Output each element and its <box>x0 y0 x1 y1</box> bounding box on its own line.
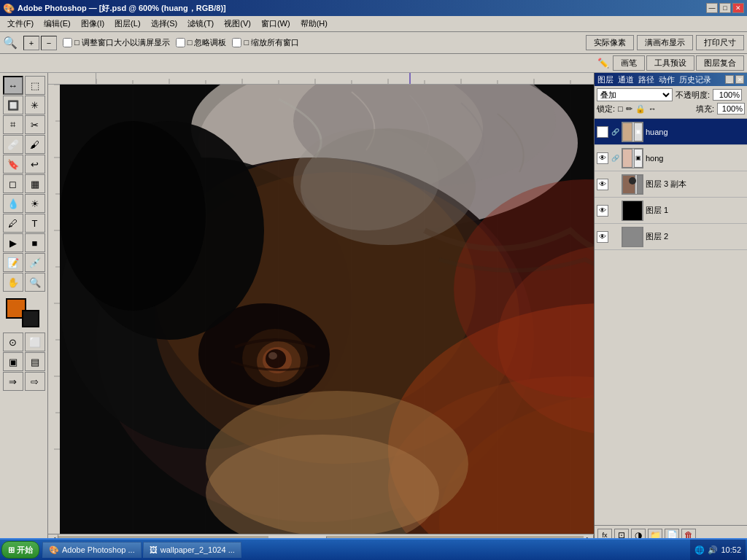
layer-hong-eye[interactable]: 👁 <box>597 152 608 164</box>
jump-to-btn[interactable]: ⇒ <box>3 372 23 391</box>
blur-tool[interactable]: 💧 <box>3 194 23 213</box>
eraser-tool[interactable]: ◻ <box>3 174 23 193</box>
quick-mask-btn[interactable]: ⊙ <box>3 332 23 351</box>
heal-tool[interactable]: 🩹 <box>3 135 23 154</box>
brush-preset-btn[interactable]: 画笔 <box>613 55 645 71</box>
tray-time: 10:52 <box>721 545 741 554</box>
layer-3-copy-eye[interactable]: 👁 <box>597 179 608 190</box>
zoom-in-btn[interactable]: + <box>23 36 39 50</box>
canvas-viewport <box>60 85 594 534</box>
menu-edit[interactable]: 编辑(E) <box>39 17 75 31</box>
history-brush-tool[interactable]: ↩ <box>25 155 45 174</box>
slice-tool[interactable]: ✂ <box>25 115 45 134</box>
ignore-palette-input[interactable] <box>176 38 185 47</box>
brush-tool-btn[interactable]: ✏️ <box>595 56 611 71</box>
actual-pixels-btn[interactable]: 实际像素 <box>586 35 634 50</box>
screen-mode3-btn[interactable]: ▤ <box>25 352 45 371</box>
fit-canvas-btn[interactable]: 满画布显示 <box>637 35 693 50</box>
layer-hong[interactable]: 👁 🔗 ▣ hong <box>595 145 747 171</box>
scale-all-input[interactable] <box>232 38 241 47</box>
layer-1-thumb <box>622 201 643 221</box>
hand-tool[interactable]: ✋ <box>3 273 23 292</box>
actions-tab[interactable]: 动作 <box>659 74 675 85</box>
minimize-btn[interactable]: — <box>706 3 718 13</box>
path-select-tool[interactable]: ▶ <box>3 233 23 252</box>
opacity-input[interactable] <box>713 89 742 101</box>
fill-input[interactable] <box>717 103 745 114</box>
taskbar-ps-icon: 🎨 <box>49 545 59 555</box>
tool-preset-btn[interactable]: 工具预设 <box>646 55 694 71</box>
paths-tab[interactable]: 路径 <box>638 74 654 85</box>
layer-huang[interactable]: 👁 🔗 ▣ huang <box>595 119 747 145</box>
start-button[interactable]: ⊞ 开始 <box>1 541 39 559</box>
shape-tool[interactable]: ■ <box>25 233 45 252</box>
menu-help[interactable]: 帮助(H) <box>296 17 332 31</box>
close-btn[interactable]: ✕ <box>732 3 744 13</box>
marquee-tool[interactable]: ⬚ <box>25 76 45 95</box>
zoom-tool[interactable]: 🔍 <box>25 273 45 292</box>
brush-tool[interactable]: 🖌 <box>25 135 45 154</box>
layer-comp-btn[interactable]: 图层复合 <box>696 55 744 71</box>
notes-tool[interactable]: 📝 <box>3 253 23 272</box>
magic-wand-tool[interactable]: ✳ <box>25 96 45 114</box>
background-color[interactable] <box>22 310 39 327</box>
channels-tab[interactable]: 通道 <box>618 74 634 85</box>
print-size-btn[interactable]: 打印尺寸 <box>696 35 744 50</box>
jump-to2-btn[interactable]: ⇨ <box>25 372 45 391</box>
lock-all-btn[interactable]: ↔ <box>649 104 657 113</box>
blend-mode-select[interactable]: 叠加 <box>597 88 673 101</box>
gradient-tool[interactable]: ▦ <box>25 174 45 193</box>
crop-tool[interactable]: ⌗ <box>3 115 23 134</box>
layer-2-eye[interactable]: 👁 <box>597 231 608 243</box>
screen-mode2-btn[interactable]: ▣ <box>3 352 23 371</box>
taskbar-wp-label: wallpaper_2_1024 ... <box>160 545 235 554</box>
tool-row-bottom1: ⊙ ⬜ <box>3 332 45 351</box>
menu-file[interactable]: 文件(F) <box>3 17 38 31</box>
windows-icon: ⊞ <box>8 545 15 555</box>
screen-mode-btn[interactable]: ⬜ <box>25 332 45 351</box>
pen-tool[interactable]: 🖊 <box>3 214 23 233</box>
menu-view[interactable]: 视图(V) <box>220 17 255 31</box>
menu-layer[interactable]: 图层(L) <box>110 17 144 31</box>
menu-filter[interactable]: 滤镜(T) <box>183 17 218 31</box>
resize-window-label: □ 调整窗口大小以满屏显示 <box>74 37 170 48</box>
layer-huang-eye[interactable]: 👁 <box>597 126 608 138</box>
lasso-tool[interactable]: 🔲 <box>3 96 23 114</box>
eyedropper-tool[interactable]: 💉 <box>25 253 45 272</box>
taskbar-item-wallpaper[interactable]: 🖼 wallpaper_2_1024 ... <box>143 542 241 558</box>
dodge-tool[interactable]: ☀ <box>25 194 45 213</box>
text-tool[interactable]: T <box>25 214 45 233</box>
color-swatch-area <box>6 298 42 327</box>
maximize-btn[interactable]: □ <box>719 3 731 13</box>
quick-mask-icon: ⊙ <box>9 337 17 348</box>
ignore-palette-checkbox[interactable]: □ 忽略调板 <box>176 37 227 48</box>
layers-panel: 图层 通道 路径 动作 历史记录 _ ✕ 叠加 不透明度: <box>594 73 747 544</box>
menu-select[interactable]: 选择(S) <box>147 17 182 31</box>
history-tab[interactable]: 历史记录 <box>679 74 711 85</box>
layer-1-eye[interactable]: 👁 <box>597 205 608 217</box>
resize-window-checkbox[interactable]: □ 调整窗口大小以满屏显示 <box>63 37 170 48</box>
layer-1-name: 图层 1 <box>646 205 745 216</box>
layer-3-copy-name: 图层 3 副本 <box>646 179 745 190</box>
lock-transparent-btn[interactable]: □ <box>618 104 623 113</box>
title-bar: 🎨 Adobe Photoshop — [好.psd @ 600% (huang… <box>0 0 747 16</box>
jump-to2-icon: ⇨ <box>31 376 39 387</box>
resize-window-input[interactable] <box>63 38 72 47</box>
move-tool[interactable]: ↔ <box>3 76 23 95</box>
taskbar-item-ps[interactable]: 🎨 Adobe Photoshop ... <box>42 542 142 558</box>
layer-1[interactable]: 👁 图层 1 <box>595 198 747 224</box>
tool-row-2: 🔲 ✳ <box>3 96 45 114</box>
layer-hong-chain: 🔗 <box>611 152 619 164</box>
menu-window[interactable]: 窗口(W) <box>257 17 295 31</box>
stamp-tool[interactable]: 🔖 <box>3 155 23 174</box>
layer-2[interactable]: 👁 图层 2 <box>595 224 747 250</box>
panel-close-btn[interactable]: ✕ <box>735 75 744 84</box>
menu-image[interactable]: 图像(I) <box>77 17 109 31</box>
panel-minimize-btn[interactable]: _ <box>725 75 734 84</box>
lock-move-btn[interactable]: 🔒 <box>635 104 646 114</box>
zoom-out-btn[interactable]: − <box>41 36 57 50</box>
lock-paint-btn[interactable]: ✏ <box>626 104 632 114</box>
layers-title: 图层 <box>597 74 614 85</box>
layer-3-copy[interactable]: 👁 图层 3 副本 <box>595 171 747 198</box>
scale-all-checkbox[interactable]: □ 缩放所有窗口 <box>232 37 299 48</box>
